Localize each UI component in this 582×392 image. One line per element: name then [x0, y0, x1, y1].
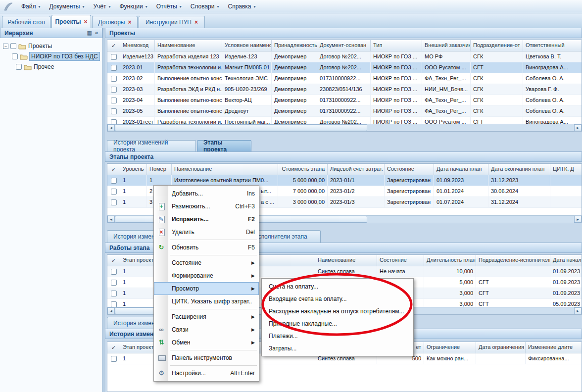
column-header[interactable]: Состояние: [377, 255, 424, 266]
menu-item-citk-code[interactable]: ЦИТК. Указать шифр затрат..: [154, 295, 259, 308]
row-checkbox[interactable]: [111, 269, 117, 275]
scroll-left-icon[interactable]: ◂: [107, 307, 115, 314]
table-row[interactable]: 2023-01Разработка технологии и...Магнит …: [107, 62, 582, 73]
close-icon[interactable]: ×: [84, 19, 88, 25]
submenu-item-invoices[interactable]: Счета на оплату...: [262, 280, 413, 293]
check-column-header[interactable]: ✓: [107, 342, 120, 353]
column-header[interactable]: Внешний заказчик: [422, 40, 471, 51]
scroll-left-icon[interactable]: ◂: [107, 124, 115, 131]
menu-item-delete[interactable]: ×УдалитьDel: [154, 226, 259, 239]
submenu-item-incoming-waybills[interactable]: Приходные накладные...: [262, 317, 413, 330]
column-header[interactable]: Уровень: [120, 164, 147, 175]
column-header[interactable]: Принадлежность: [272, 40, 317, 51]
column-header[interactable]: Дата начал: [550, 255, 582, 266]
column-header[interactable]: Изменение длите: [526, 342, 582, 353]
menu-reports[interactable]: Отчёты▾: [152, 1, 186, 11]
row-checkbox[interactable]: [111, 87, 117, 93]
row-checkbox[interactable]: [111, 199, 117, 205]
column-header[interactable]: Стоимость этапа: [278, 164, 328, 175]
submenu-item-payments[interactable]: Платежи...: [262, 330, 413, 342]
row-checkbox[interactable]: [111, 356, 117, 362]
column-header[interactable]: Номер: [147, 164, 172, 175]
column-header[interactable]: Дата начала план: [434, 164, 488, 175]
row-checkbox[interactable]: [111, 108, 117, 114]
column-header[interactable]: Ответственный: [523, 40, 582, 51]
row-checkbox[interactable]: [111, 54, 117, 60]
tree-checkbox[interactable]: [12, 53, 18, 59]
collapse-panel-icon[interactable]: «: [95, 30, 98, 36]
tree-item-niokr[interactable]: НИОКР по ГОЗ без НДС: [12, 51, 99, 61]
check-column-header[interactable]: ✓: [107, 255, 120, 266]
table-row[interactable]: 2023-04Выполнение опытно-конс...Вектор-А…: [107, 95, 582, 106]
column-header[interactable]: Состояние: [385, 164, 434, 175]
row-checkbox[interactable]: [111, 280, 117, 286]
row-checkbox[interactable]: [111, 189, 117, 195]
column-header[interactable]: Документ-основан: [317, 40, 371, 51]
menu-item-exchange[interactable]: ⇅Обмен▶: [154, 336, 259, 349]
column-header[interactable]: Наименование: [155, 40, 222, 51]
tree-item-other[interactable]: Прочее: [16, 62, 54, 72]
tab-contracts[interactable]: Договоры×: [92, 16, 138, 28]
close-icon[interactable]: ×: [128, 19, 131, 25]
table-row[interactable]: 2023-05Выполнение опытно-конс...Дредноут…: [107, 106, 582, 117]
menu-documents[interactable]: Документы▾: [45, 1, 89, 11]
menu-help[interactable]: Справка▾: [223, 1, 260, 11]
check-column-header[interactable]: ✓: [107, 40, 120, 51]
row-checkbox[interactable]: [111, 98, 117, 103]
tab-project-history[interactable]: История изменений проекта: [107, 140, 196, 151]
table-row[interactable]: 2023-03Разработка ЭКД и РКД н...905-U020…: [107, 84, 582, 95]
column-header[interactable]: Мнемокод: [120, 40, 155, 51]
menu-item-forming[interactable]: Формирование▶: [154, 269, 259, 282]
column-header[interactable]: Дата ограничения: [476, 342, 526, 353]
close-icon[interactable]: ×: [194, 19, 198, 25]
menu-dictionaries[interactable]: Словари▾: [186, 1, 224, 11]
scroll-right-icon[interactable]: ▸: [574, 216, 582, 223]
column-header[interactable]: Условное наименова: [222, 40, 272, 51]
menu-accounting[interactable]: Учёт▾: [89, 1, 115, 11]
tree-checkbox[interactable]: [16, 64, 22, 70]
tab-instructions[interactable]: Инструкции ПУП×: [139, 16, 205, 28]
column-header[interactable]: ЦИТК. Д: [550, 164, 582, 175]
column-header[interactable]: Ограничение: [424, 342, 476, 353]
column-header[interactable]: Длительность план ▼: [424, 255, 476, 266]
menu-item-add[interactable]: Добавить...Ins: [154, 187, 259, 200]
row-checkbox[interactable]: [111, 76, 117, 82]
horizontal-scrollbar[interactable]: ◂ ▸: [107, 124, 582, 131]
column-header[interactable]: Лицевой счёт затрат.: [328, 164, 385, 175]
scroll-left-icon[interactable]: ◂: [107, 216, 115, 223]
column-header[interactable]: Подразделение-исполнитель..: [476, 255, 550, 266]
tab-desktop[interactable]: Рабочий стол: [2, 16, 50, 28]
row-checkbox[interactable]: [111, 178, 117, 184]
column-header[interactable]: Наименование: [315, 255, 377, 266]
scrollbar-thumb[interactable]: [115, 124, 367, 131]
check-column-header[interactable]: ✓: [107, 164, 120, 175]
collapse-node-icon[interactable]: −: [3, 44, 8, 49]
submenu-item-incoming-invoices[interactable]: Входящие счета на оплату...: [262, 293, 413, 305]
row-checkbox[interactable]: [111, 65, 117, 71]
table-row[interactable]: 11Изготовление опытной партии ПМ0...5 00…: [107, 175, 582, 186]
menu-item-duplicate[interactable]: +Размножить...Ctrl+F3: [154, 200, 259, 213]
menu-functions[interactable]: Функции▾: [115, 1, 151, 11]
column-header[interactable]: Подразделение-от: [471, 40, 523, 51]
row-checkbox[interactable]: [111, 291, 117, 296]
column-header[interactable]: Тип: [371, 40, 422, 51]
scroll-right-icon[interactable]: ▸: [574, 307, 582, 314]
row-checkbox[interactable]: [111, 301, 117, 307]
menu-item-settings[interactable]: ⚙Настройки...Alt+Enter: [154, 367, 259, 380]
menu-item-edit[interactable]: ✎Исправить...F2: [154, 213, 259, 226]
submenu-item-outgoing-waybills[interactable]: Расходные накладные на отпуск потребител…: [262, 305, 413, 317]
column-header[interactable]: Дата окончания план: [488, 164, 550, 175]
menu-item-refresh[interactable]: ↻ОбновитьF5: [154, 241, 259, 254]
menu-item-extensions[interactable]: Расширения▶: [154, 310, 259, 323]
tab-project-stages[interactable]: Этапы проекта: [197, 140, 251, 151]
scroll-right-icon[interactable]: ▸: [574, 124, 582, 131]
menu-item-state[interactable]: Состояние▶: [154, 256, 259, 269]
menu-item-view[interactable]: Просмотр▶: [154, 282, 259, 295]
tree-item-projects[interactable]: − Проекты: [3, 41, 52, 51]
menu-file[interactable]: Файл▾: [17, 1, 45, 11]
submenu-item-costs[interactable]: Затраты...: [262, 342, 413, 354]
menu-item-toolbar[interactable]: Панель инструментов: [154, 351, 259, 364]
tree-checkbox[interactable]: [10, 43, 16, 49]
tab-projects[interactable]: Проекты×: [51, 15, 91, 28]
grid-icon[interactable]: ▦: [87, 30, 92, 36]
